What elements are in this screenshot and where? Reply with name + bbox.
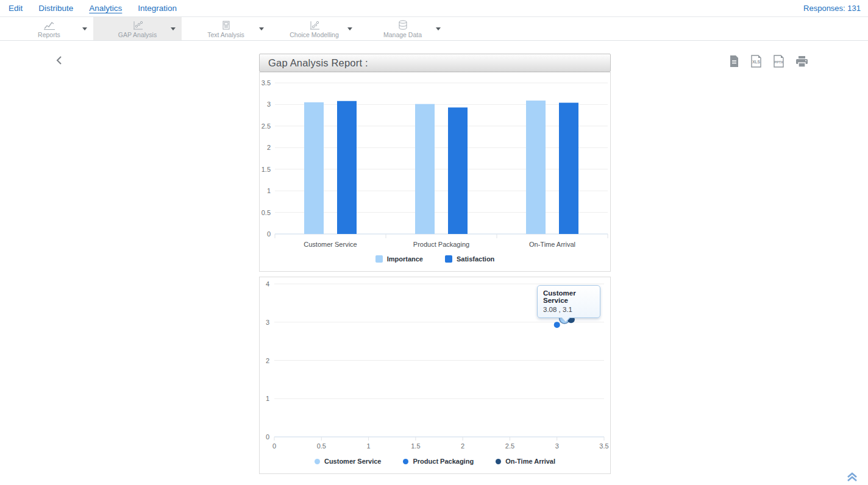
toolbar-item-label: GAP Analysis: [118, 31, 157, 38]
back-button[interactable]: [56, 56, 62, 66]
svg-text:3: 3: [267, 101, 271, 108]
legend-label: On-Time Arrival: [505, 458, 555, 465]
database-icon: [397, 20, 408, 30]
toolbar-item-reports[interactable]: Reports: [5, 17, 93, 40]
svg-text:4: 4: [266, 280, 269, 288]
document-icon: [221, 21, 231, 30]
chevron-left-icon: [56, 57, 62, 66]
bubble-chart-icon: [308, 21, 321, 30]
toolbar-item-label: Text Analysis: [207, 31, 244, 38]
scatter-chart-icon: [132, 21, 144, 30]
nav-edit[interactable]: Edit: [9, 4, 23, 13]
nav-integration[interactable]: Integration: [138, 4, 177, 13]
print-button[interactable]: [795, 55, 808, 70]
svg-text:PPTX: PPTX: [774, 60, 783, 64]
svg-text:2.5: 2.5: [505, 442, 514, 450]
legend-item-on-time-arrival[interactable]: On-Time Arrival: [496, 458, 555, 465]
svg-text:XLS: XLS: [752, 60, 760, 64]
legend-swatch-icon: [445, 255, 452, 263]
svg-text:0.5: 0.5: [261, 209, 271, 216]
svg-text:1: 1: [367, 442, 371, 450]
bar-chart-legend: Importance Satisfaction: [260, 255, 610, 263]
nav-analytics[interactable]: Analytics: [89, 4, 122, 13]
chevron-down-icon[interactable]: [347, 27, 352, 30]
svg-text:Customer Service: Customer Service: [304, 241, 357, 248]
svg-text:1.5: 1.5: [411, 442, 420, 450]
svg-text:1: 1: [267, 187, 271, 194]
export-pptx-button[interactable]: PPTX: [773, 55, 784, 70]
analytics-toolbar: Reports GAP Analysis Text Analysis Choic…: [0, 17, 868, 41]
scatter-chart-legend: Customer Service Product Packaging On-Ti…: [260, 458, 610, 465]
legend-item-product-packaging[interactable]: Product Packaging: [403, 458, 474, 465]
legend-item-importance[interactable]: Importance: [375, 255, 423, 263]
toolbar-item-text-analysis[interactable]: Text Analysis: [182, 17, 270, 40]
chevron-down-icon[interactable]: [82, 27, 87, 30]
svg-text:2: 2: [461, 442, 464, 450]
svg-text:3: 3: [266, 319, 269, 326]
legend-label: Customer Service: [324, 458, 382, 465]
svg-text:3.5: 3.5: [599, 442, 608, 450]
svg-text:1.5: 1.5: [261, 166, 271, 173]
svg-text:3.5: 3.5: [261, 79, 271, 87]
chevron-down-icon[interactable]: [259, 27, 264, 30]
svg-text:0: 0: [272, 442, 276, 450]
legend-label: Product Packaging: [413, 458, 474, 465]
legend-label: Importance: [387, 255, 423, 263]
svg-text:2: 2: [267, 144, 271, 151]
svg-text:0: 0: [266, 433, 269, 441]
main-menu: Edit Distribute Analytics Integration: [9, 4, 177, 13]
toolbar-item-label: Choice Modelling: [290, 31, 339, 38]
bar-chart-panel: 00.511.522.533.5Customer ServiceProduct …: [259, 72, 611, 272]
report-title-bar: Gap Analysis Report :: [259, 54, 611, 72]
chart-tooltip: Customer Service 3.08 , 3.1: [537, 285, 600, 318]
tooltip-value: 3.08 , 3.1: [543, 306, 572, 313]
svg-text:1: 1: [266, 395, 269, 402]
toolbar-item-label: Reports: [38, 31, 60, 38]
chevron-down-icon[interactable]: [171, 27, 176, 30]
legend-dot-icon: [403, 459, 408, 464]
gap-analysis-report: Gap Analysis Report : 00.511.522.533.5Cu…: [259, 54, 611, 474]
export-toolbar: XLS PPTX: [729, 55, 808, 70]
legend-dot-icon: [315, 459, 320, 464]
svg-text:On-Time Arrival: On-Time Arrival: [529, 241, 575, 248]
svg-text:2: 2: [266, 357, 269, 364]
gap-bar-chart[interactable]: 00.511.522.533.5Customer ServiceProduct …: [260, 73, 610, 250]
scroll-to-top-button[interactable]: [846, 472, 858, 484]
toolbar-item-choice-modelling[interactable]: Choice Modelling: [270, 17, 358, 40]
svg-text:3: 3: [555, 442, 559, 450]
legend-dot-icon: [496, 459, 501, 464]
legend-swatch-icon: [375, 255, 383, 263]
responses-count[interactable]: Responses: 131: [803, 4, 861, 13]
export-document-button[interactable]: [729, 55, 739, 70]
toolbar-item-label: Manage Data: [383, 31, 422, 38]
export-xls-button[interactable]: XLS: [750, 55, 762, 70]
svg-text:2.5: 2.5: [261, 122, 271, 130]
legend-item-satisfaction[interactable]: Satisfaction: [445, 255, 494, 263]
line-chart-icon: [43, 21, 55, 30]
svg-text:Product Packaging: Product Packaging: [413, 241, 469, 248]
legend-label: Satisfaction: [457, 255, 494, 263]
legend-item-customer-service[interactable]: Customer Service: [315, 458, 382, 465]
top-nav: Edit Distribute Analytics Integration Re…: [0, 0, 868, 17]
page-title: Gap Analysis Report :: [268, 57, 368, 69]
chevron-down-icon[interactable]: [436, 27, 441, 30]
scatter-chart-panel: 0123400.511.522.533.5 Customer Service 3…: [259, 277, 611, 474]
svg-text:0: 0: [267, 230, 271, 238]
nav-distribute[interactable]: Distribute: [38, 4, 73, 13]
tooltip-title: Customer Service: [543, 289, 595, 304]
svg-text:0.5: 0.5: [317, 442, 326, 450]
toolbar-item-manage-data[interactable]: Manage Data: [358, 17, 447, 40]
toolbar-item-gap-analysis[interactable]: GAP Analysis: [93, 17, 182, 40]
double-chevron-up-icon: [846, 473, 858, 484]
